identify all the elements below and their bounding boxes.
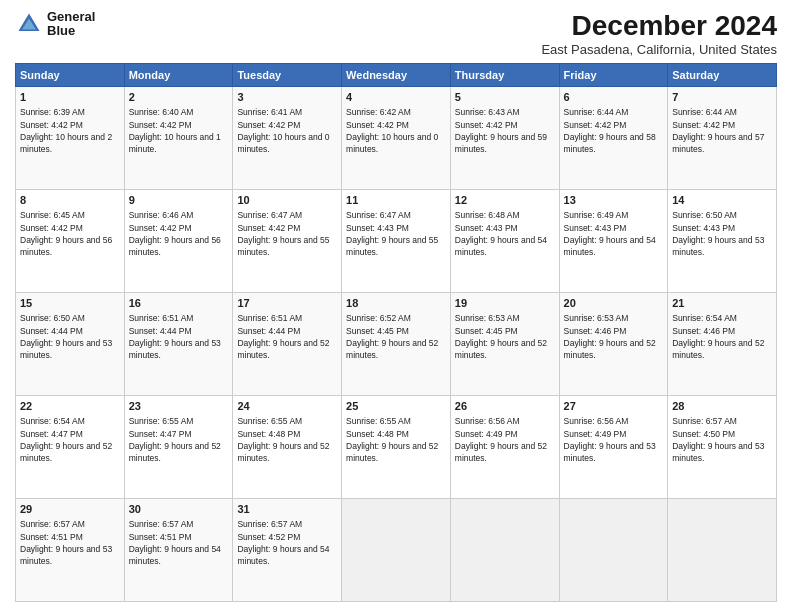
week-row-2: 8 Sunrise: 6:45 AM Sunset: 4:42 PM Dayli… [16, 190, 777, 293]
sunset: Sunset: 4:49 PM [564, 429, 627, 439]
sunset: Sunset: 4:52 PM [237, 532, 300, 542]
sunrise: Sunrise: 6:54 AM [672, 313, 737, 323]
day-info: Sunrise: 6:51 AM Sunset: 4:44 PM Dayligh… [129, 312, 229, 361]
day-info: Sunrise: 6:57 AM Sunset: 4:52 PM Dayligh… [237, 518, 337, 567]
sunset: Sunset: 4:42 PM [129, 120, 192, 130]
day-number: 17 [237, 296, 337, 311]
day-info: Sunrise: 6:46 AM Sunset: 4:42 PM Dayligh… [129, 209, 229, 258]
calendar-cell: 25 Sunrise: 6:55 AM Sunset: 4:48 PM Dayl… [342, 396, 451, 499]
week-row-5: 29 Sunrise: 6:57 AM Sunset: 4:51 PM Dayl… [16, 499, 777, 602]
header-day-wednesday: Wednesday [342, 64, 451, 87]
daylight: Daylight: 9 hours and 54 minutes. [129, 544, 221, 566]
day-number: 18 [346, 296, 446, 311]
sunrise: Sunrise: 6:50 AM [20, 313, 85, 323]
header: General Blue December 2024 East Pasadena… [15, 10, 777, 57]
daylight: Daylight: 9 hours and 52 minutes. [237, 338, 329, 360]
header-day-saturday: Saturday [668, 64, 777, 87]
sunrise: Sunrise: 6:55 AM [129, 416, 194, 426]
day-info: Sunrise: 6:43 AM Sunset: 4:42 PM Dayligh… [455, 106, 555, 155]
calendar-cell: 5 Sunrise: 6:43 AM Sunset: 4:42 PM Dayli… [450, 87, 559, 190]
calendar-cell: 4 Sunrise: 6:42 AM Sunset: 4:42 PM Dayli… [342, 87, 451, 190]
day-number: 27 [564, 399, 664, 414]
daylight: Daylight: 9 hours and 55 minutes. [346, 235, 438, 257]
day-info: Sunrise: 6:56 AM Sunset: 4:49 PM Dayligh… [564, 415, 664, 464]
header-day-thursday: Thursday [450, 64, 559, 87]
day-number: 3 [237, 90, 337, 105]
calendar-cell: 19 Sunrise: 6:53 AM Sunset: 4:45 PM Dayl… [450, 293, 559, 396]
day-number: 16 [129, 296, 229, 311]
day-number: 8 [20, 193, 120, 208]
header-day-friday: Friday [559, 64, 668, 87]
day-number: 12 [455, 193, 555, 208]
daylight: Daylight: 9 hours and 56 minutes. [129, 235, 221, 257]
daylight: Daylight: 10 hours and 2 minutes. [20, 132, 112, 154]
sunrise: Sunrise: 6:47 AM [346, 210, 411, 220]
day-info: Sunrise: 6:56 AM Sunset: 4:49 PM Dayligh… [455, 415, 555, 464]
day-number: 25 [346, 399, 446, 414]
day-number: 15 [20, 296, 120, 311]
calendar-cell [342, 499, 451, 602]
day-number: 6 [564, 90, 664, 105]
day-number: 30 [129, 502, 229, 517]
day-info: Sunrise: 6:55 AM Sunset: 4:48 PM Dayligh… [346, 415, 446, 464]
day-number: 29 [20, 502, 120, 517]
calendar-cell [450, 499, 559, 602]
day-number: 5 [455, 90, 555, 105]
daylight: Daylight: 10 hours and 0 minutes. [237, 132, 329, 154]
sunset: Sunset: 4:45 PM [455, 326, 518, 336]
sunrise: Sunrise: 6:56 AM [455, 416, 520, 426]
sunset: Sunset: 4:44 PM [129, 326, 192, 336]
logo-line1: General [47, 10, 95, 24]
sunrise: Sunrise: 6:55 AM [237, 416, 302, 426]
calendar-cell: 28 Sunrise: 6:57 AM Sunset: 4:50 PM Dayl… [668, 396, 777, 499]
calendar-cell: 16 Sunrise: 6:51 AM Sunset: 4:44 PM Dayl… [124, 293, 233, 396]
sunrise: Sunrise: 6:47 AM [237, 210, 302, 220]
logo-line2: Blue [47, 24, 95, 38]
day-info: Sunrise: 6:44 AM Sunset: 4:42 PM Dayligh… [564, 106, 664, 155]
calendar-cell: 11 Sunrise: 6:47 AM Sunset: 4:43 PM Dayl… [342, 190, 451, 293]
day-number: 7 [672, 90, 772, 105]
sunrise: Sunrise: 6:40 AM [129, 107, 194, 117]
day-info: Sunrise: 6:55 AM Sunset: 4:48 PM Dayligh… [237, 415, 337, 464]
sunset: Sunset: 4:49 PM [455, 429, 518, 439]
calendar-cell [668, 499, 777, 602]
day-info: Sunrise: 6:51 AM Sunset: 4:44 PM Dayligh… [237, 312, 337, 361]
day-number: 2 [129, 90, 229, 105]
sunset: Sunset: 4:42 PM [346, 120, 409, 130]
sunrise: Sunrise: 6:39 AM [20, 107, 85, 117]
sunset: Sunset: 4:43 PM [564, 223, 627, 233]
sunset: Sunset: 4:43 PM [346, 223, 409, 233]
day-number: 13 [564, 193, 664, 208]
sunset: Sunset: 4:46 PM [564, 326, 627, 336]
daylight: Daylight: 9 hours and 53 minutes. [20, 338, 112, 360]
week-row-3: 15 Sunrise: 6:50 AM Sunset: 4:44 PM Dayl… [16, 293, 777, 396]
sunset: Sunset: 4:50 PM [672, 429, 735, 439]
day-info: Sunrise: 6:57 AM Sunset: 4:50 PM Dayligh… [672, 415, 772, 464]
sunrise: Sunrise: 6:43 AM [455, 107, 520, 117]
calendar-cell: 2 Sunrise: 6:40 AM Sunset: 4:42 PM Dayli… [124, 87, 233, 190]
calendar-cell: 30 Sunrise: 6:57 AM Sunset: 4:51 PM Dayl… [124, 499, 233, 602]
sunrise: Sunrise: 6:57 AM [672, 416, 737, 426]
calendar-cell: 6 Sunrise: 6:44 AM Sunset: 4:42 PM Dayli… [559, 87, 668, 190]
day-number: 23 [129, 399, 229, 414]
calendar-cell: 26 Sunrise: 6:56 AM Sunset: 4:49 PM Dayl… [450, 396, 559, 499]
daylight: Daylight: 9 hours and 52 minutes. [237, 441, 329, 463]
daylight: Daylight: 9 hours and 56 minutes. [20, 235, 112, 257]
sunset: Sunset: 4:47 PM [20, 429, 83, 439]
calendar-cell: 27 Sunrise: 6:56 AM Sunset: 4:49 PM Dayl… [559, 396, 668, 499]
day-info: Sunrise: 6:54 AM Sunset: 4:46 PM Dayligh… [672, 312, 772, 361]
daylight: Daylight: 10 hours and 1 minute. [129, 132, 221, 154]
sunset: Sunset: 4:42 PM [237, 223, 300, 233]
calendar-cell: 3 Sunrise: 6:41 AM Sunset: 4:42 PM Dayli… [233, 87, 342, 190]
day-info: Sunrise: 6:45 AM Sunset: 4:42 PM Dayligh… [20, 209, 120, 258]
daylight: Daylight: 9 hours and 54 minutes. [564, 235, 656, 257]
daylight: Daylight: 9 hours and 53 minutes. [672, 441, 764, 463]
day-number: 14 [672, 193, 772, 208]
calendar-cell: 14 Sunrise: 6:50 AM Sunset: 4:43 PM Dayl… [668, 190, 777, 293]
calendar-body: 1 Sunrise: 6:39 AM Sunset: 4:42 PM Dayli… [16, 87, 777, 602]
header-day-tuesday: Tuesday [233, 64, 342, 87]
week-row-1: 1 Sunrise: 6:39 AM Sunset: 4:42 PM Dayli… [16, 87, 777, 190]
day-info: Sunrise: 6:40 AM Sunset: 4:42 PM Dayligh… [129, 106, 229, 155]
day-info: Sunrise: 6:54 AM Sunset: 4:47 PM Dayligh… [20, 415, 120, 464]
day-info: Sunrise: 6:50 AM Sunset: 4:43 PM Dayligh… [672, 209, 772, 258]
